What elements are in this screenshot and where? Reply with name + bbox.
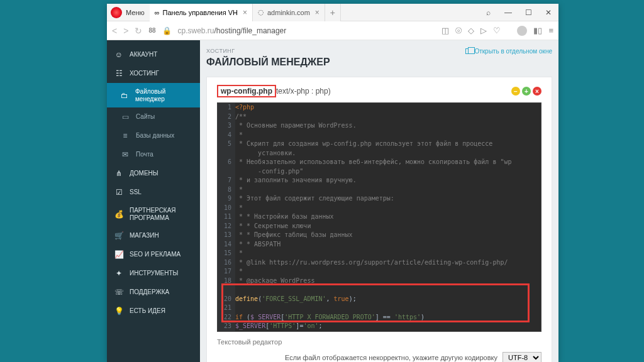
file-name: wp-config.php [217,85,276,97]
opera-logo-icon [111,7,122,18]
close-dot-icon[interactable]: × [533,87,541,96]
sidebar-icon: 🛒 [114,231,123,240]
sidebar-icon: ⋔ [114,169,123,178]
tab-label: Панель управления VH [163,9,238,16]
search-icon[interactable]: ⌕ [478,4,498,21]
plus-icon: + [330,8,335,18]
sidebar-label: Файловый менеджер [135,88,192,102]
browser-window: Меню ∞ Панель управления VH × ◌ adminkin… [107,4,558,362]
sidebar-item-13[interactable]: 💡ЕСТЬ ИДЕЯ [107,302,200,321]
sidebar-icon: ✉ [121,150,130,159]
address-right-icons: ◫ ⦾ ◇ ▷ ♡ ▮▯ ≡ [441,26,553,36]
sidebar-label: SEO И РЕКЛАМА [130,251,180,258]
sidebar-item-12[interactable]: ☏ПОДДЕРЖКА [107,283,200,302]
page-title: ФАЙЛОВЫЙ МЕНЕДЖЕР [206,57,330,68]
sidebar-icon: ☏ [114,288,123,297]
editor-card: wp-config.php text/x-php : php) − + × 1<… [206,77,552,362]
sidebar-icon: ☑ [114,188,123,197]
sidebar-item-4[interactable]: ≡Базы данных [107,126,200,145]
sidebar: ☺АККАУНТ☷ХОСТИНГ🗀Файловый менеджер▭Сайты… [107,40,200,362]
sidebar-label: Базы данных [136,132,174,140]
sidebar-item-3[interactable]: ▭Сайты [107,107,200,126]
menu3-icon[interactable]: ≡ [548,26,553,35]
breadcrumb: ХОСТИНГ [206,48,330,54]
tab-inactive[interactable]: ◌ adminkin.com × [253,4,325,21]
sidebar-label: АККАУНТ [130,51,157,58]
address-bar: < > ↻ 88 🔒 cp.sweb.ru/hosting/file_manag… [107,21,558,40]
camera-icon[interactable]: ⦾ [455,26,462,36]
sidebar-label: ХОСТИНГ [130,70,159,77]
back-icon[interactable]: < [112,26,117,36]
maximize-icon[interactable]: ☐ [518,4,538,21]
sidebar-item-9[interactable]: 🛒МАГАЗИН [107,226,200,245]
send-icon[interactable]: ▷ [480,26,487,35]
sidebar-item-8[interactable]: 💰ПАРТНЕРСКАЯ ПРОГРАММА [107,202,200,226]
encoding-select[interactable]: UTF-8 [502,352,541,363]
sidebar-item-6[interactable]: ⋔ДОМЕНЫ [107,164,200,183]
sidebar-icon: 💡 [114,307,123,315]
sidebar-label: ПОДДЕРЖКА [130,288,169,296]
tab-label: adminkin.com [267,9,310,16]
sidebar-icon: ☺ [114,50,123,59]
battery-icon[interactable]: ▮▯ [533,26,542,35]
sidebar-label: Почта [136,151,153,158]
tab-new[interactable]: + [325,4,341,21]
sidebar-item-11[interactable]: ✦ИНСТРУМЕНТЫ [107,264,200,283]
menu-button[interactable]: Меню [126,9,145,16]
sidebar-icon: 📈 [114,250,123,259]
avatar-icon[interactable] [517,26,527,36]
sidebar-icon: 🗀 [121,91,129,100]
sidebar-label: МАГАЗИН [130,232,159,239]
heart-icon[interactable]: ♡ [493,26,501,35]
sidebar-label: ДОМЕНЫ [130,170,158,177]
sidebar-item-7[interactable]: ☑SSL [107,183,200,202]
sidebar-label: ПАРТНЕРСКАЯ ПРОГРАММА [130,207,192,221]
sidebar-icon: ▭ [121,112,130,121]
vpn-icon[interactable]: 88 [148,27,155,34]
sidebar-label: ЕСТЬ ИДЕЯ [130,307,165,315]
file-mime: text/x-php : php) [276,87,331,96]
reload-icon[interactable]: ↻ [135,26,142,36]
sidebar-icon: ≡ [121,131,130,140]
forward-icon[interactable]: > [123,26,128,36]
main-content: ХОСТИНГ ФАЙЛОВЫЙ МЕНЕДЖЕР Открыть в отде… [200,40,558,362]
sidebar-item-5[interactable]: ✉Почта [107,145,200,164]
encoding-hint: Если файл отображается некорректно, укаж… [285,354,497,361]
editor-mode-label: Текстовый редактор [217,338,541,346]
code-editor[interactable]: 1<?php2/**3 * Основные параметры WordPre… [217,102,541,332]
tab-active[interactable]: ∞ Панель управления VH × [150,4,253,21]
maximize-dot-icon[interactable]: + [522,87,531,96]
lock-icon: 🔒 [162,26,172,35]
sidebar-icon: ☷ [114,69,123,78]
open-new-window-link[interactable]: Открыть в отдельном окне [465,48,552,55]
tab-prefix-icon: ◌ [258,8,264,16]
sidebar-item-1[interactable]: ☷ХОСТИНГ [107,64,200,83]
sidebar-label: ИНСТРУМЕНТЫ [130,270,178,277]
tab-close-icon[interactable]: × [243,8,247,17]
minimize-dot-icon[interactable]: − [511,87,520,96]
external-icon [465,48,471,54]
titlebar: Меню ∞ Панель управления VH × ◌ adminkin… [107,4,558,21]
sidebar-icon: ✦ [114,269,123,278]
sidebar-icon: 💰 [114,210,123,219]
sidebar-item-0[interactable]: ☺АККАУНТ [107,45,200,64]
pocket-icon[interactable]: ◇ [468,26,474,35]
window-controls: ⌕ — ☐ ✕ [478,4,558,21]
tab-close-icon[interactable]: × [315,8,319,17]
sidebar-item-10[interactable]: 📈SEO И РЕКЛАМА [107,245,200,264]
sidebar-label: Сайты [136,113,155,121]
evernote-icon[interactable]: ◫ [441,26,449,35]
url-text[interactable]: cp.sweb.ru/hosting/file_manager [178,26,287,35]
sidebar-item-2[interactable]: 🗀Файловый менеджер [107,83,200,107]
tab-prefix-icon: ∞ [155,9,160,16]
sidebar-label: SSL [130,189,142,196]
close-icon[interactable]: ✕ [538,4,558,21]
minimize-icon[interactable]: — [498,4,518,21]
